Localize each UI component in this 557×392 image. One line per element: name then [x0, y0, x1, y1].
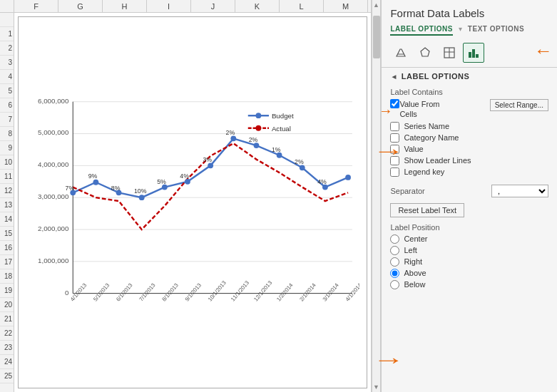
svg-point-57 — [255, 125, 261, 131]
series-name-row: Series Name — [390, 122, 548, 131]
below-radio-row: Below — [390, 280, 548, 289]
series-name-checkbox[interactable] — [390, 122, 399, 131]
select-range-button[interactable]: Select Range... — [490, 99, 548, 111]
row-num: 17 — [0, 255, 14, 269]
svg-text:8%: 8% — [111, 185, 121, 192]
row-num: 2 — [0, 41, 14, 56]
col-header-m: M — [324, 0, 368, 12]
row-num: 14 — [0, 212, 14, 227]
scroll-down-btn[interactable]: ▼ — [373, 383, 379, 391]
label-options-icon-btn[interactable] — [463, 43, 484, 63]
svg-point-19 — [162, 185, 168, 190]
value-label: Value — [404, 145, 423, 153]
row-num: 11 — [0, 170, 14, 184]
label-position-title: Label Position — [390, 223, 548, 232]
svg-text:4/1/2014: 4/1/2014 — [344, 282, 359, 303]
svg-rect-64 — [472, 49, 475, 58]
chart-container: 6,000,000 5,000,000 4,000,000 3,000,000 … — [18, 16, 367, 388]
row-num: 8 — [0, 127, 14, 141]
svg-text:1%: 1% — [272, 146, 281, 153]
show-leader-lines-row: Show Leader Lines — [390, 156, 548, 165]
vertical-scrollbar[interactable]: ▲ ▼ — [372, 0, 382, 392]
svg-point-26 — [322, 185, 328, 190]
svg-point-23 — [254, 143, 260, 148]
svg-text:9%: 9% — [88, 172, 98, 180]
series-name-label: Series Name — [404, 122, 449, 130]
chart-area[interactable]: 6,000,000 5,000,000 4,000,000 3,000,000 … — [14, 13, 371, 392]
legend-key-label: Legend key — [404, 167, 444, 176]
above-radio[interactable] — [390, 269, 399, 278]
svg-text:5%: 5% — [157, 178, 166, 185]
svg-text:2/1/2014: 2/1/2014 — [298, 282, 317, 303]
value-checkbox[interactable] — [390, 145, 399, 154]
col-header-k: K — [235, 0, 280, 12]
panel-main-content[interactable]: ◄ LABEL OPTIONS Label Contains Value Fro… — [382, 68, 557, 392]
row-num — [0, 13, 14, 27]
panel-title: Format Data Labels — [382, 0, 557, 24]
center-radio-row: Center — [390, 234, 548, 244]
svg-rect-65 — [476, 54, 479, 58]
category-name-label: Category Name — [404, 133, 459, 142]
arrow-indicator-top: ← — [534, 41, 553, 60]
row-num: 19 — [0, 284, 14, 298]
separator-select[interactable]: , ; — [491, 185, 548, 197]
scrollbar-thumb[interactable] — [373, 16, 380, 58]
row-num: 21 — [0, 312, 14, 326]
col-header-l: L — [280, 0, 324, 12]
svg-text:Actual: Actual — [272, 125, 291, 133]
value-from-cells-row: Value FromCells Select Range... — [390, 99, 548, 120]
col-header-j: J — [191, 0, 235, 12]
below-radio[interactable] — [390, 280, 399, 289]
svg-text:1,000,000: 1,000,000 — [38, 257, 69, 264]
label-contains-title: Label Contains — [390, 88, 548, 96]
row-num: 9 — [0, 141, 14, 155]
tab-label-options[interactable]: LABEL OPTIONS — [390, 24, 452, 36]
row-num: 22 — [0, 326, 14, 341]
svg-point-27 — [345, 175, 351, 180]
effects-icon-btn[interactable] — [414, 43, 436, 63]
panel-tabs: LABEL OPTIONS ▾ TEXT OPTIONS — [382, 24, 557, 36]
row-num: 24 — [0, 355, 14, 369]
svg-point-54 — [255, 113, 261, 118]
row-num: 23 — [0, 341, 14, 355]
right-radio-row: Right — [390, 257, 548, 267]
category-name-checkbox[interactable] — [390, 133, 399, 143]
spreadsheet-area: F G H I J K L M 1 2 3 4 5 6 7 8 9 10 11 … — [0, 0, 372, 392]
size-icon-btn[interactable] — [439, 43, 460, 63]
label-options-section-header[interactable]: ◄ LABEL OPTIONS — [382, 68, 557, 85]
svg-point-20 — [185, 179, 190, 185]
separator-row: Separator , ; — [382, 182, 557, 200]
svg-text:4%: 4% — [180, 172, 189, 180]
label-contains-section: Label Contains Value FromCells Select Ra… — [382, 85, 557, 182]
reset-label-text-row: Reset Label Text — [382, 200, 557, 220]
fill-icon-btn[interactable] — [390, 43, 412, 63]
show-leader-lines-checkbox[interactable] — [390, 156, 399, 165]
left-radio[interactable] — [390, 246, 399, 255]
svg-rect-63 — [469, 52, 471, 58]
svg-point-22 — [230, 135, 236, 141]
svg-text:5/1/2013: 5/1/2013 — [92, 282, 111, 303]
svg-text:3%: 3% — [203, 156, 212, 163]
svg-text:7/1/2013: 7/1/2013 — [138, 282, 156, 303]
svg-point-24 — [277, 153, 282, 158]
center-radio[interactable] — [390, 234, 399, 244]
legend-key-row: Legend key — [390, 167, 548, 177]
svg-text:6/1/2013: 6/1/2013 — [115, 282, 133, 303]
value-from-cells-label: Value FromCells — [399, 99, 439, 120]
tab-text-options[interactable]: TEXT OPTIONS — [468, 24, 524, 36]
svg-text:4,000,000: 4,000,000 — [38, 160, 69, 168]
svg-text:Budget: Budget — [272, 112, 294, 120]
reset-label-text-button[interactable]: Reset Label Text — [390, 203, 464, 217]
scroll-up-btn[interactable]: ▲ — [373, 1, 379, 9]
arrow-indicator-mid: → — [382, 102, 393, 120]
right-radio[interactable] — [390, 257, 399, 267]
row-num: 10 — [0, 155, 14, 170]
svg-text:9/1/2013: 9/1/2013 — [184, 282, 203, 303]
row-num: 16 — [0, 241, 14, 255]
svg-point-25 — [300, 165, 305, 170]
svg-text:12/1/2013: 12/1/2013 — [252, 279, 273, 302]
category-name-row: Category Name — [390, 133, 548, 143]
row-num: 6 — [0, 98, 14, 113]
legend-key-checkbox[interactable] — [390, 167, 399, 177]
left-radio-row: Left — [390, 246, 548, 255]
